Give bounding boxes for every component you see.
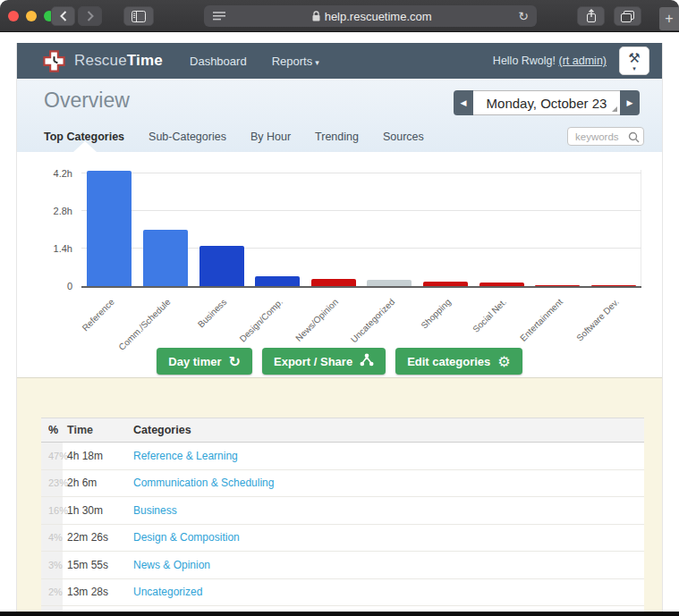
date-picker-field[interactable]: Monday, October 23 [473, 90, 620, 115]
y-axis-tick-label: 1.4h [30, 243, 72, 254]
gridline [81, 173, 641, 173]
x-axis-label-news-opinion: News/Opinion [294, 297, 341, 343]
browser-window: help.rescuetime.com ↻ + [0, 0, 679, 616]
next-day-button[interactable]: ▶ [620, 90, 640, 115]
date-label: Monday, October 23 [487, 96, 607, 111]
category-link-reference-learning[interactable]: Reference & Learning [133, 450, 238, 462]
bar-news-opinion[interactable] [311, 279, 356, 286]
bar-chart-plot-area: 4.2h2.8h1.4h0ReferenceComm./ScheduleBusi… [81, 170, 641, 288]
bar-reference[interactable] [87, 171, 132, 286]
sidebar-toggle-button[interactable] [123, 6, 154, 26]
time-cell: 2h 6m [67, 470, 133, 497]
table-row: 4%22m 26sDesign & Composition [41, 525, 644, 553]
percent-cell: 3% [41, 552, 63, 578]
table-row: 16%1h 30mBusiness [41, 497, 644, 525]
bar-social-net[interactable] [480, 283, 524, 286]
reload-icon[interactable]: ↻ [518, 9, 529, 23]
y-axis-tick-label: 0 [30, 281, 72, 291]
back-button[interactable] [51, 6, 75, 26]
x-axis-label-shopping: Shopping [419, 297, 453, 331]
x-axis-label-business: Business [196, 297, 228, 329]
bar-comm-schedule[interactable] [143, 230, 188, 286]
percent-cell: 47% [41, 443, 63, 469]
percent-cell: 2% [41, 579, 63, 606]
bar-uncategorized[interactable] [367, 280, 412, 286]
tab-by-hour[interactable]: By Hour [250, 131, 291, 143]
minimize-window-button[interactable] [26, 11, 37, 21]
x-axis-label-social-net: Social Net. [471, 297, 508, 334]
button-label: Export / Share [274, 355, 352, 368]
tools-menu-button[interactable]: ⚒ ▾ [619, 46, 649, 75]
table-row: 47%4h 18mReference & Learning [41, 443, 644, 470]
greeting-text: Hello Rwolg! (rt admin) [493, 55, 607, 67]
rescuetime-page: RescueTime DashboardReports▾ Hello Rwolg… [16, 43, 663, 616]
column-header-categories: Categories [133, 424, 644, 436]
bar-design-comp[interactable] [255, 276, 300, 286]
lock-icon [312, 11, 320, 21]
chevron-down-icon: ▾ [315, 58, 319, 67]
time-cell: 15m 55s [67, 552, 133, 578]
nav-item-reports[interactable]: Reports▾ [272, 55, 319, 68]
percent-cell: 23% [41, 470, 63, 497]
timer-refresh-icon: ↻ [229, 353, 241, 370]
date-navigator: ◀ Monday, October 23 ▶ [454, 90, 640, 115]
table-row: 23%2h 6mCommunication & Scheduling [41, 470, 644, 498]
category-link-design-composition[interactable]: Design & Composition [133, 531, 240, 544]
tab-overview-button[interactable] [614, 6, 641, 26]
tab-trending[interactable]: Trending [315, 131, 359, 143]
tab-sources[interactable]: Sources [383, 131, 424, 143]
chevron-down-icon: ▾ [632, 65, 636, 72]
bar-business[interactable] [199, 246, 244, 286]
tab-sub-categories[interactable]: Sub-Categories [149, 131, 226, 143]
category-table-section: %TimeCategories 47%4h 18mReference & Lea… [17, 378, 662, 616]
x-axis-label-entertainment: Entertainment [518, 297, 564, 343]
button-label: Edit categories [407, 355, 490, 368]
category-link-news-opinion[interactable]: News & Opinion [133, 559, 210, 571]
x-axis-label-software-dev: Software Dev. [574, 297, 621, 343]
time-cell: 1h 30m [67, 497, 133, 524]
search-icon[interactable] [628, 131, 640, 147]
x-axis-label-reference: Reference [81, 297, 116, 333]
category-link-communication-scheduling[interactable]: Communication & Scheduling [133, 477, 274, 489]
x-axis-label-uncategorized: Uncategorized [349, 297, 396, 344]
overview-band: Overview ◀ Monday, October 23 ▶ Top Cate… [17, 79, 662, 152]
share-button[interactable] [577, 6, 605, 26]
bar-entertainment[interactable] [535, 285, 580, 286]
tools-icon: ⚒ [628, 51, 640, 64]
y-axis-tick-label: 2.8h [30, 206, 72, 216]
column-header-: % [41, 424, 63, 436]
category-link-business[interactable]: Business [133, 504, 177, 517]
bar-shopping[interactable] [423, 282, 468, 286]
category-link-uncategorized[interactable]: Uncategorized [133, 586, 202, 598]
edit-categories-button[interactable]: Edit categories⚙ [395, 348, 522, 375]
nav-item-dashboard[interactable]: Dashboard [190, 55, 247, 68]
window-controls [8, 11, 55, 21]
forward-button[interactable] [78, 6, 102, 26]
close-window-button[interactable] [8, 11, 19, 21]
address-bar[interactable]: help.rescuetime.com ↻ [204, 5, 537, 27]
gear-icon: ⚙ [497, 353, 510, 370]
chevron-left-icon [60, 11, 67, 21]
action-buttons: Day timer↻Export / ShareEdit categories⚙ [17, 348, 662, 375]
x-axis-label-design-comp: Design/Comp. [237, 297, 284, 344]
new-tab-button[interactable]: + [659, 7, 679, 30]
column-header-time: Time [67, 424, 133, 436]
y-axis-tick-label: 4.2h [30, 168, 72, 179]
rescuetime-logo-icon [42, 49, 66, 73]
share-icon [585, 9, 598, 23]
table-header: %TimeCategories [41, 418, 644, 443]
reader-lines-icon[interactable] [213, 12, 225, 21]
table-row: 3%15m 55sNews & Opinion [41, 552, 644, 579]
bar-software-dev[interactable] [591, 285, 636, 286]
previous-day-button[interactable]: ◀ [454, 90, 473, 115]
browser-chrome: help.rescuetime.com ↻ + [0, 0, 679, 32]
url-text: help.rescuetime.com [325, 10, 432, 23]
admin-link[interactable]: (rt admin) [559, 55, 607, 67]
percent-cell: 4% [41, 525, 63, 552]
share-nodes-icon [360, 353, 374, 370]
time-cell: 22m 26s [67, 525, 133, 552]
export-share-button[interactable]: Export / Share [262, 348, 386, 375]
percent-cell: 16% [41, 497, 63, 524]
table-row: 2%13m 28sUncategorized [41, 579, 644, 607]
day-timer-button[interactable]: Day timer↻ [157, 348, 252, 375]
